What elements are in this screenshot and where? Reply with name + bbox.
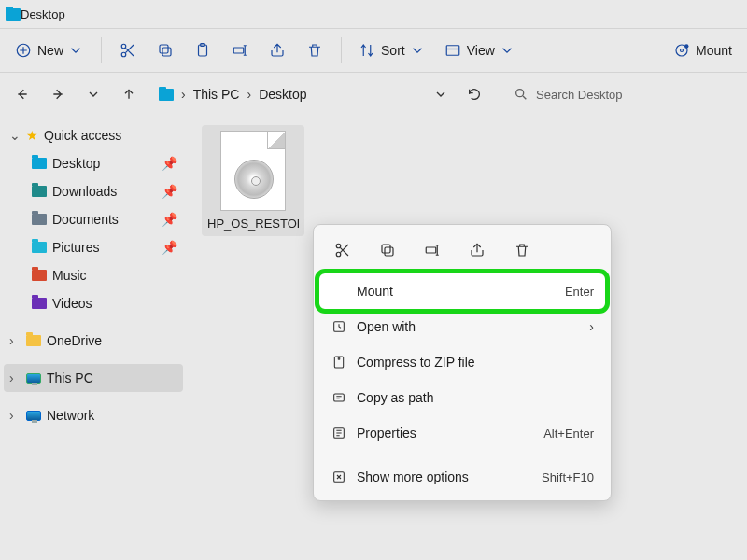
chevron-right-icon: › [9, 371, 21, 385]
copy-button[interactable] [148, 34, 182, 67]
zip-icon [331, 354, 347, 371]
sidebar-item-label: Network [47, 408, 94, 423]
sidebar-item-videos[interactable]: Videos [4, 289, 183, 317]
sidebar-item-label: Quick access [44, 128, 121, 143]
paste-button[interactable] [186, 34, 219, 67]
sidebar-network[interactable]: › Network [4, 401, 183, 429]
mount-button-label: Mount [696, 43, 732, 58]
sidebar-this-pc[interactable]: › This PC [4, 364, 183, 392]
chevron-right-icon: › [589, 319, 594, 334]
share-icon [469, 242, 486, 259]
ctx-compress-zip[interactable]: Compress to ZIP file [319, 344, 605, 380]
trash-icon [306, 42, 323, 59]
disc-mount-icon [673, 42, 690, 59]
open-with-icon [331, 318, 347, 335]
sort-button[interactable]: Sort [351, 34, 433, 67]
chevron-down-icon [409, 42, 426, 59]
refresh-button[interactable] [461, 81, 487, 107]
svg-point-1 [121, 52, 126, 57]
cut-button[interactable] [111, 34, 145, 67]
folder-icon [32, 213, 47, 226]
sidebar-item-pictures[interactable]: Pictures 📌 [4, 233, 183, 261]
ctx-delete-button[interactable] [502, 234, 542, 266]
ctx-item-label: Open with [357, 319, 416, 334]
ctx-rename-button[interactable] [413, 234, 452, 266]
context-quick-actions [319, 231, 605, 273]
file-thumbnail [220, 131, 286, 211]
breadcrumb-this-pc[interactable]: This PC [193, 87, 240, 102]
ctx-mount[interactable]: Mount Enter [319, 273, 605, 309]
ctx-copy-path[interactable]: Copy as path [319, 380, 605, 415]
scissors-icon [334, 242, 351, 259]
sidebar-item-label: Videos [52, 296, 92, 311]
clipboard-icon [194, 42, 211, 59]
rename-button[interactable] [223, 34, 257, 67]
delete-button[interactable] [298, 34, 331, 67]
view-button-label: View [467, 43, 495, 58]
sidebar-item-downloads[interactable]: Downloads 📌 [4, 177, 183, 205]
recent-locations-button[interactable] [80, 81, 106, 107]
svg-point-12 [516, 90, 524, 97]
refresh-icon [467, 87, 482, 102]
sidebar-item-music[interactable]: Music [4, 261, 183, 289]
folder-icon [32, 185, 47, 198]
search-icon [514, 87, 529, 102]
address-bar[interactable]: › This PC › Desktop [151, 78, 495, 110]
sidebar-item-documents[interactable]: Documents 📌 [4, 205, 183, 233]
star-icon: ★ [26, 128, 38, 143]
pin-icon: 📌 [162, 156, 177, 171]
chevron-down-icon [433, 87, 448, 102]
svg-point-13 [336, 252, 341, 257]
folder-icon [32, 297, 47, 310]
new-button-label: New [37, 43, 63, 58]
sidebar-quick-access[interactable]: ⌄ ★ Quick access [4, 121, 183, 149]
svg-rect-16 [382, 245, 390, 253]
scissors-icon [120, 42, 136, 59]
search-box[interactable]: Search Desktop [504, 78, 738, 110]
ctx-item-shortcut: Shift+F10 [542, 470, 594, 484]
back-button[interactable] [9, 81, 35, 107]
sort-icon [359, 42, 375, 59]
sidebar-onedrive[interactable]: › OneDrive [4, 327, 183, 355]
ctx-open-with[interactable]: Open with › [319, 309, 605, 344]
disc-icon [234, 160, 274, 199]
sidebar-item-label: Pictures [52, 240, 100, 255]
location-folder-icon [159, 88, 174, 101]
titlebar: Desktop [0, 0, 747, 28]
svg-rect-3 [162, 48, 171, 56]
svg-rect-8 [446, 46, 459, 56]
ctx-copy-button[interactable] [368, 234, 407, 266]
ctx-item-label: Properties [357, 426, 416, 441]
mount-button[interactable]: Mount [666, 34, 740, 67]
up-button[interactable] [116, 81, 142, 107]
layout-icon [444, 42, 461, 59]
share-button[interactable] [261, 34, 294, 67]
copy-icon [157, 42, 174, 59]
ctx-cut-button[interactable] [323, 234, 362, 266]
search-placeholder: Search Desktop [536, 88, 623, 102]
breadcrumb-desktop[interactable]: Desktop [259, 87, 306, 102]
ctx-show-more-options[interactable]: Show more options Shift+F10 [319, 459, 605, 495]
svg-point-2 [121, 44, 126, 49]
sidebar-item-desktop[interactable]: Desktop 📌 [4, 149, 183, 177]
copy-icon [379, 242, 396, 259]
plus-circle-icon [15, 42, 32, 59]
chevron-down-icon [499, 42, 515, 59]
forward-button[interactable] [45, 81, 71, 107]
sort-button-label: Sort [381, 43, 405, 58]
rename-icon [424, 242, 441, 259]
ctx-share-button[interactable] [458, 234, 497, 266]
file-item-iso[interactable]: HP_OS_RESTORE [202, 125, 304, 236]
ctx-properties[interactable]: Properties Alt+Enter [319, 415, 605, 451]
sidebar-item-label: This PC [47, 371, 93, 385]
network-icon [26, 409, 41, 422]
view-button[interactable]: View [437, 34, 523, 67]
menu-separator [321, 455, 603, 455]
trash-icon [514, 242, 530, 259]
chevron-down-icon [86, 87, 101, 102]
address-dropdown-button[interactable] [428, 81, 454, 107]
toolbar-divider [101, 37, 102, 63]
arrow-left-icon [15, 87, 30, 102]
new-button[interactable]: New [7, 34, 92, 67]
toolbar-divider [341, 37, 342, 63]
